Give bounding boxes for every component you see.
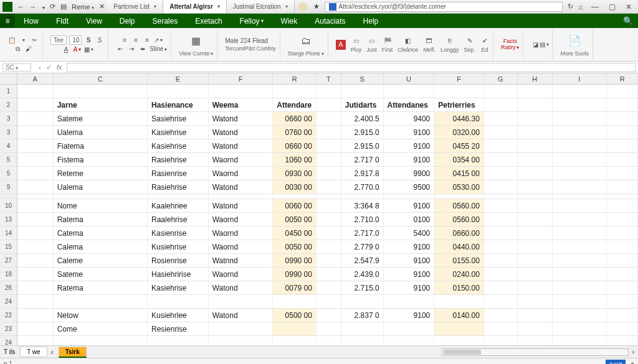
cell[interactable]: Raalehrise xyxy=(148,213,209,226)
cell[interactable]: Kasienrise xyxy=(148,226,209,240)
cell[interactable] xyxy=(17,199,54,212)
cell[interactable]: 9100 xyxy=(384,309,435,322)
row-header[interactable]: 15 xyxy=(0,240,17,253)
cell[interactable] xyxy=(553,153,607,166)
cell[interactable]: 9100 xyxy=(384,268,435,281)
cell[interactable]: 2.400.5 xyxy=(341,112,384,125)
ribbon-tab-0[interactable]: How xyxy=(15,14,47,28)
cell[interactable] xyxy=(17,254,54,267)
cell[interactable]: 0930 00 xyxy=(273,167,317,180)
cell[interactable] xyxy=(518,85,553,98)
align-right-icon[interactable]: ≡ xyxy=(143,36,151,45)
cell[interactable] xyxy=(518,213,553,226)
bold-icon[interactable]: S xyxy=(84,36,93,45)
cell[interactable]: 9500 xyxy=(384,180,435,194)
misc-icon-1[interactable]: ◪ xyxy=(531,40,540,49)
cell[interactable] xyxy=(607,180,638,194)
cell[interactable] xyxy=(607,226,638,240)
row-header[interactable]: 13 xyxy=(0,213,17,226)
nav-back-icon[interactable]: ← xyxy=(15,3,27,11)
cell[interactable] xyxy=(553,167,607,180)
cell[interactable] xyxy=(518,153,553,166)
titlebar-tab-0[interactable]: Partcnve List xyxy=(107,0,163,13)
file-tab[interactable]: ≡ xyxy=(0,14,15,28)
col-header-u[interactable]: U xyxy=(384,73,435,84)
stage-icon[interactable]: 🗂 xyxy=(298,33,314,49)
view-label[interactable]: View Cornte xyxy=(179,50,213,57)
misc-icon-2[interactable]: ▤ xyxy=(540,40,548,49)
indent-inc-icon[interactable]: ⇥ xyxy=(127,45,136,54)
cell[interactable]: 0450 00 xyxy=(273,226,317,240)
col-header-s[interactable]: S xyxy=(341,73,384,84)
cell[interactable] xyxy=(434,295,484,308)
cell[interactable]: 0060 00 xyxy=(273,199,317,212)
cell[interactable] xyxy=(17,268,54,281)
cell[interactable]: 2.439.0 xyxy=(341,268,384,281)
tool-icon-1[interactable]: ▭ xyxy=(368,37,376,45)
cell[interactable]: 2.917.8 xyxy=(341,167,384,180)
cell[interactable] xyxy=(17,126,54,139)
wrap-text[interactable]: Sline xyxy=(150,45,167,52)
row-header[interactable]: 10 xyxy=(0,199,17,212)
row-header[interactable]: 5 xyxy=(0,167,17,180)
cell[interactable] xyxy=(317,309,341,322)
cell[interactable]: Watnnd xyxy=(209,254,274,267)
cell[interactable]: Watond xyxy=(209,126,274,139)
cell[interactable] xyxy=(317,254,341,267)
cell[interactable] xyxy=(273,194,317,198)
maximize-button[interactable]: ▢ xyxy=(605,2,619,11)
close-small-icon[interactable]: ✕ xyxy=(97,2,107,11)
ribbon-tab-6[interactable]: Felloy xyxy=(231,14,272,28)
cell[interactable]: Reteme xyxy=(54,167,148,180)
cell[interactable]: 0560.00 xyxy=(434,213,484,226)
cell[interactable]: Waornd xyxy=(209,153,274,166)
cell[interactable] xyxy=(384,322,435,335)
cell[interactable] xyxy=(484,295,518,308)
col-header-i[interactable]: I xyxy=(553,73,607,84)
cell[interactable]: 0079 00 xyxy=(273,281,317,294)
cell[interactable]: 2.770.0 xyxy=(341,180,384,194)
cell[interactable] xyxy=(484,139,518,152)
cell[interactable] xyxy=(607,199,638,212)
tool-icon-3[interactable]: ◧ xyxy=(404,37,412,45)
cell[interactable]: Resienrise xyxy=(148,322,209,335)
cell[interactable]: Kusiehrlee xyxy=(148,309,209,322)
cell[interactable]: 1060 00 xyxy=(273,153,317,166)
cell[interactable] xyxy=(553,322,607,335)
col-header-r[interactable]: R xyxy=(273,73,317,84)
cell[interactable] xyxy=(518,309,553,322)
cell[interactable] xyxy=(553,336,607,345)
cell[interactable]: 9100 xyxy=(384,281,435,294)
cell[interactable] xyxy=(518,281,553,294)
cell[interactable] xyxy=(518,126,553,139)
cell[interactable] xyxy=(518,112,553,125)
cell[interactable]: Jutidarts xyxy=(341,98,384,111)
cell[interactable] xyxy=(148,336,209,345)
cell[interactable]: Watond xyxy=(209,281,274,294)
cell[interactable] xyxy=(317,153,341,166)
cell[interactable] xyxy=(607,336,638,345)
cell[interactable] xyxy=(484,281,518,294)
cell[interactable] xyxy=(484,199,518,212)
col-header-f2[interactable]: F xyxy=(434,73,484,84)
cell[interactable] xyxy=(607,98,638,111)
copy-icon[interactable]: ⧉ xyxy=(13,45,22,54)
cell[interactable]: Hasiehririse xyxy=(148,268,209,281)
cell[interactable] xyxy=(17,295,54,308)
cell[interactable] xyxy=(384,295,435,308)
cell[interactable] xyxy=(484,213,518,226)
row-header[interactable]: 9 xyxy=(0,180,17,194)
cell[interactable]: Attendare xyxy=(273,98,317,111)
col-header-e[interactable]: E xyxy=(148,73,209,84)
cell[interactable] xyxy=(484,112,518,125)
cell[interactable]: Ratema xyxy=(54,281,148,294)
cell[interactable] xyxy=(607,139,638,152)
cell[interactable] xyxy=(607,153,638,166)
merge-icon[interactable]: ⬌ xyxy=(138,45,147,54)
cell[interactable] xyxy=(384,194,435,198)
nav-fwd-icon[interactable]: → xyxy=(27,3,39,11)
cell[interactable] xyxy=(518,199,553,212)
cell[interactable] xyxy=(384,336,435,345)
fx-icon[interactable]: fx xyxy=(57,63,62,72)
ribbon-search-icon[interactable]: 🔍 xyxy=(618,16,638,26)
